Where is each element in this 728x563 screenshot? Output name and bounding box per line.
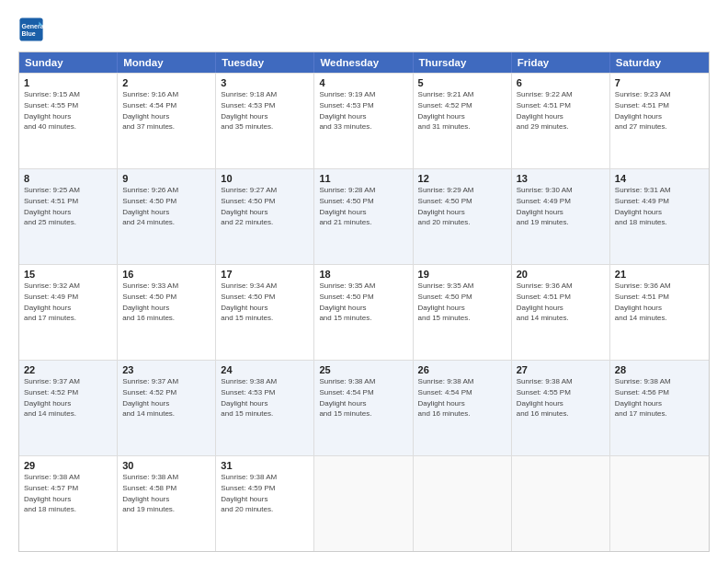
cell-info: Sunrise: 9:38 AMSunset: 4:56 PMDaylight … xyxy=(615,377,671,418)
day-number: 23 xyxy=(122,364,210,375)
day-number: 11 xyxy=(319,173,407,184)
cell-info: Sunrise: 9:38 AMSunset: 4:53 PMDaylight … xyxy=(221,377,277,418)
table-row: 15Sunrise: 9:32 AMSunset: 4:49 PMDayligh… xyxy=(19,265,118,360)
day-number: 21 xyxy=(615,269,704,280)
table-row: 8Sunrise: 9:25 AMSunset: 4:51 PMDaylight… xyxy=(19,169,118,264)
cell-info: Sunrise: 9:38 AMSunset: 4:55 PMDaylight … xyxy=(517,377,573,418)
table-row: 25Sunrise: 9:38 AMSunset: 4:54 PMDayligh… xyxy=(314,361,413,455)
cell-info: Sunrise: 9:21 AMSunset: 4:52 PMDaylight … xyxy=(418,90,474,131)
cell-info: Sunrise: 9:35 AMSunset: 4:50 PMDaylight … xyxy=(319,282,375,322)
table-row: 26Sunrise: 9:38 AMSunset: 4:54 PMDayligh… xyxy=(414,361,512,455)
day-number: 13 xyxy=(517,173,605,184)
table-row: 29Sunrise: 9:38 AMSunset: 4:57 PMDayligh… xyxy=(19,456,118,551)
day-number: 27 xyxy=(517,364,605,375)
day-number: 14 xyxy=(615,173,704,184)
cell-info: Sunrise: 9:33 AMSunset: 4:50 PMDaylight … xyxy=(122,282,178,322)
cell-info: Sunrise: 9:32 AMSunset: 4:49 PMDaylight … xyxy=(24,282,80,322)
day-number: 10 xyxy=(221,173,309,184)
table-row: 9Sunrise: 9:26 AMSunset: 4:50 PMDaylight… xyxy=(118,169,216,264)
cell-info: Sunrise: 9:31 AMSunset: 4:49 PMDaylight … xyxy=(615,186,671,226)
calendar-header-cell: Tuesday xyxy=(216,52,314,73)
svg-text:Blue: Blue xyxy=(22,30,36,37)
table-row: 16Sunrise: 9:33 AMSunset: 4:50 PMDayligh… xyxy=(118,265,216,360)
day-number: 29 xyxy=(24,460,112,471)
calendar-row: 8Sunrise: 9:25 AMSunset: 4:51 PMDaylight… xyxy=(19,168,709,264)
day-number: 3 xyxy=(221,77,309,88)
table-row: 28Sunrise: 9:38 AMSunset: 4:56 PMDayligh… xyxy=(610,361,709,455)
day-number: 6 xyxy=(517,77,605,88)
day-number: 17 xyxy=(221,269,309,280)
day-number: 1 xyxy=(24,77,112,88)
table-row xyxy=(414,456,512,551)
table-row: 23Sunrise: 9:37 AMSunset: 4:52 PMDayligh… xyxy=(118,361,216,455)
table-row: 20Sunrise: 9:36 AMSunset: 4:51 PMDayligh… xyxy=(512,265,610,360)
table-row: 3Sunrise: 9:18 AMSunset: 4:53 PMDaylight… xyxy=(216,74,314,168)
table-row: 19Sunrise: 9:35 AMSunset: 4:50 PMDayligh… xyxy=(414,265,512,360)
day-number: 28 xyxy=(615,364,704,375)
table-row: 6Sunrise: 9:22 AMSunset: 4:51 PMDaylight… xyxy=(512,74,610,168)
table-row xyxy=(610,456,709,551)
table-row: 2Sunrise: 9:16 AMSunset: 4:54 PMDaylight… xyxy=(118,74,216,168)
day-number: 18 xyxy=(319,269,407,280)
cell-info: Sunrise: 9:36 AMSunset: 4:51 PMDaylight … xyxy=(615,282,671,322)
cell-info: Sunrise: 9:22 AMSunset: 4:51 PMDaylight … xyxy=(517,90,573,131)
calendar-row: 29Sunrise: 9:38 AMSunset: 4:57 PMDayligh… xyxy=(19,455,709,551)
cell-info: Sunrise: 9:38 AMSunset: 4:59 PMDaylight … xyxy=(221,473,277,513)
table-row: 11Sunrise: 9:28 AMSunset: 4:50 PMDayligh… xyxy=(314,169,413,264)
day-number: 2 xyxy=(122,77,210,88)
day-number: 20 xyxy=(517,269,605,280)
day-number: 24 xyxy=(221,364,309,375)
cell-info: Sunrise: 9:19 AMSunset: 4:53 PMDaylight … xyxy=(319,90,375,131)
day-number: 5 xyxy=(418,77,506,88)
calendar-header-cell: Friday xyxy=(512,52,610,73)
day-number: 12 xyxy=(418,173,506,184)
cell-info: Sunrise: 9:29 AMSunset: 4:50 PMDaylight … xyxy=(418,186,474,226)
table-row: 31Sunrise: 9:38 AMSunset: 4:59 PMDayligh… xyxy=(216,456,314,551)
calendar-header-cell: Wednesday xyxy=(314,52,413,73)
table-row: 27Sunrise: 9:38 AMSunset: 4:55 PMDayligh… xyxy=(512,361,610,455)
table-row: 21Sunrise: 9:36 AMSunset: 4:51 PMDayligh… xyxy=(610,265,709,360)
day-number: 15 xyxy=(24,269,112,280)
day-number: 4 xyxy=(319,77,407,88)
calendar-row: 22Sunrise: 9:37 AMSunset: 4:52 PMDayligh… xyxy=(19,360,709,455)
table-row: 13Sunrise: 9:30 AMSunset: 4:49 PMDayligh… xyxy=(512,169,610,264)
day-number: 22 xyxy=(24,364,112,375)
table-row: 10Sunrise: 9:27 AMSunset: 4:50 PMDayligh… xyxy=(216,169,314,264)
table-row: 18Sunrise: 9:35 AMSunset: 4:50 PMDayligh… xyxy=(314,265,413,360)
calendar-row: 1Sunrise: 9:15 AMSunset: 4:55 PMDaylight… xyxy=(19,73,709,168)
table-row: 7Sunrise: 9:23 AMSunset: 4:51 PMDaylight… xyxy=(610,74,709,168)
day-number: 8 xyxy=(24,173,112,184)
day-number: 30 xyxy=(122,460,210,471)
cell-info: Sunrise: 9:34 AMSunset: 4:50 PMDaylight … xyxy=(221,282,277,322)
calendar-header: SundayMondayTuesdayWednesdayThursdayFrid… xyxy=(19,52,709,73)
cell-info: Sunrise: 9:30 AMSunset: 4:49 PMDaylight … xyxy=(517,186,573,226)
calendar-body: 1Sunrise: 9:15 AMSunset: 4:55 PMDaylight… xyxy=(19,73,709,551)
table-row: 30Sunrise: 9:38 AMSunset: 4:58 PMDayligh… xyxy=(118,456,216,551)
day-number: 9 xyxy=(122,173,210,184)
cell-info: Sunrise: 9:36 AMSunset: 4:51 PMDaylight … xyxy=(517,282,573,322)
calendar-header-cell: Thursday xyxy=(414,52,512,73)
cell-info: Sunrise: 9:16 AMSunset: 4:54 PMDaylight … xyxy=(122,90,178,131)
cell-info: Sunrise: 9:15 AMSunset: 4:55 PMDaylight … xyxy=(24,90,80,131)
table-row: 14Sunrise: 9:31 AMSunset: 4:49 PMDayligh… xyxy=(610,169,709,264)
page: General Blue SundayMondayTuesdayWednesda… xyxy=(0,0,728,563)
table-row xyxy=(512,456,610,551)
day-number: 31 xyxy=(221,460,309,471)
table-row xyxy=(314,456,413,551)
svg-rect-0 xyxy=(19,17,42,40)
calendar-header-cell: Monday xyxy=(118,52,216,73)
header: General Blue xyxy=(18,17,710,42)
cell-info: Sunrise: 9:38 AMSunset: 4:54 PMDaylight … xyxy=(319,377,375,418)
table-row: 1Sunrise: 9:15 AMSunset: 4:55 PMDaylight… xyxy=(19,74,118,168)
day-number: 19 xyxy=(418,269,506,280)
cell-info: Sunrise: 9:35 AMSunset: 4:50 PMDaylight … xyxy=(418,282,474,322)
table-row: 12Sunrise: 9:29 AMSunset: 4:50 PMDayligh… xyxy=(414,169,512,264)
cell-info: Sunrise: 9:18 AMSunset: 4:53 PMDaylight … xyxy=(221,90,277,131)
calendar: SundayMondayTuesdayWednesdayThursdayFrid… xyxy=(18,52,710,552)
logo-icon: General Blue xyxy=(18,17,44,42)
cell-info: Sunrise: 9:25 AMSunset: 4:51 PMDaylight … xyxy=(24,186,80,226)
logo: General Blue xyxy=(18,17,44,42)
table-row: 17Sunrise: 9:34 AMSunset: 4:50 PMDayligh… xyxy=(216,265,314,360)
table-row: 24Sunrise: 9:38 AMSunset: 4:53 PMDayligh… xyxy=(216,361,314,455)
cell-info: Sunrise: 9:37 AMSunset: 4:52 PMDaylight … xyxy=(24,377,80,418)
